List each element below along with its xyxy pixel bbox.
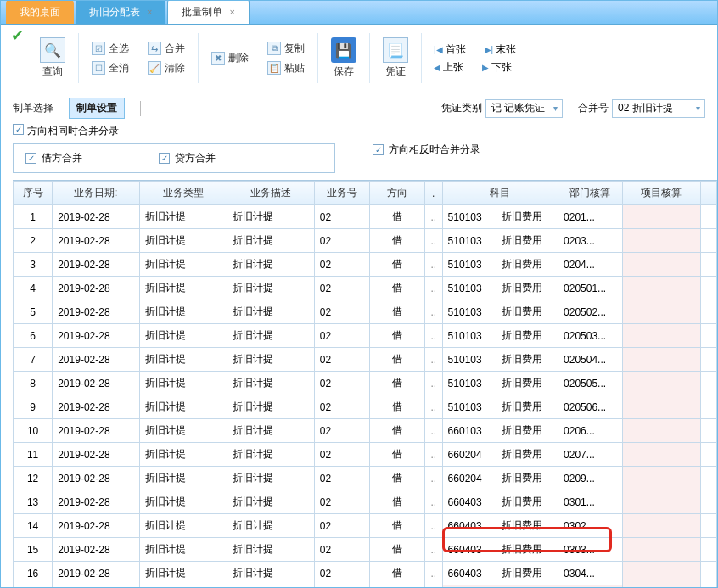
cell-dots[interactable]: .. <box>424 443 442 467</box>
table-row[interactable]: 12019-02-28折旧计提折旧计提02借..510103折旧费用0201..… <box>14 205 717 229</box>
col-dots[interactable]: . <box>424 182 442 205</box>
close-icon[interactable]: × <box>229 7 234 17</box>
cell-no: 02 <box>314 467 369 490</box>
col-biztype[interactable]: 业务类型 <box>140 182 227 205</box>
clear-button[interactable]: 🧹清除 <box>143 59 189 78</box>
cell-dots[interactable]: .. <box>424 205 442 229</box>
cell-dots[interactable]: .. <box>424 395 442 419</box>
mergeno-select[interactable]: 02 折旧计提 <box>612 99 705 118</box>
cell-desc: 折旧计提 <box>227 562 314 585</box>
cell-type: 折旧计提 <box>140 253 227 277</box>
cell-dots[interactable]: .. <box>424 277 442 300</box>
cell-dots[interactable]: .. <box>424 585 442 589</box>
cell-dots[interactable]: .. <box>424 324 442 348</box>
table-row[interactable]: 22019-02-28折旧计提折旧计提02借..510103折旧费用0203..… <box>14 229 717 253</box>
col-bizdesc[interactable]: 业务描述 <box>227 182 314 205</box>
cell-dots[interactable]: .. <box>424 562 442 585</box>
tab-desktop[interactable]: 我的桌面 <box>6 0 74 24</box>
table-row[interactable]: 132019-02-28折旧计提折旧计提02借..660403折旧费用0301.… <box>14 490 717 514</box>
select-all-button[interactable]: ☑全选 <box>87 39 133 59</box>
cell-dir: 借 <box>369 562 424 585</box>
cell-dots[interactable]: .. <box>424 467 442 490</box>
cell-dir: 借 <box>369 490 424 514</box>
copy-button[interactable]: ⧉复制 <box>263 39 309 59</box>
table-row[interactable]: 172019-02-28折旧计提折旧计提02贷.. <box>14 585 717 589</box>
col-seq[interactable]: 序号 <box>14 182 53 205</box>
col-bizno[interactable]: 业务号 <box>314 182 369 205</box>
table-row[interactable]: 82019-02-28折旧计提折旧计提02借..510103折旧费用020505… <box>14 372 717 395</box>
tab-alloc[interactable]: 折旧分配表× <box>76 0 165 24</box>
tab-settings[interactable]: 制单设置 <box>69 98 125 119</box>
cell-seq: 11 <box>14 443 53 467</box>
table-row[interactable]: 32019-02-28折旧计提折旧计提02借..510103折旧费用0204..… <box>14 253 717 277</box>
paste-button[interactable]: 📋粘贴 <box>263 59 309 78</box>
col-extra[interactable] <box>701 182 717 205</box>
table-row[interactable]: 112019-02-28折旧计提折旧计提02借..660204折旧费用0207.… <box>14 443 717 467</box>
cell-name: 折旧费用 <box>496 443 558 467</box>
cell-name: 折旧费用 <box>496 490 558 514</box>
cell-dots[interactable]: .. <box>424 490 442 514</box>
cell-dept: 0303... <box>558 538 623 562</box>
cell-proj <box>622 229 700 253</box>
cell-dots[interactable]: .. <box>424 253 442 277</box>
cell-desc: 折旧计提 <box>227 443 314 467</box>
merge-icon: ⇆ <box>148 42 161 55</box>
table-row[interactable]: 122019-02-28折旧计提折旧计提02借..660204折旧费用0209.… <box>14 467 717 490</box>
table-row[interactable]: 152019-02-28折旧计提折旧计提02借..660403折旧费用0303.… <box>14 538 717 562</box>
merge-button[interactable]: ⇆合并 <box>143 39 189 59</box>
tab-choose[interactable]: 制单选择 <box>13 101 53 115</box>
debit-merge-checkbox[interactable] <box>25 153 36 164</box>
cell-type: 折旧计提 <box>140 443 227 467</box>
table-row[interactable]: 102019-02-28折旧计提折旧计提02借..660103折旧费用0206.… <box>14 419 717 443</box>
cell-dots[interactable]: .. <box>424 229 442 253</box>
prev-button[interactable]: ◀上张 <box>430 59 467 76</box>
col-dept[interactable]: 部门核算 <box>558 182 623 205</box>
tab-label: 折旧分配表 <box>89 6 140 18</box>
table-row[interactable]: 62019-02-28折旧计提折旧计提02借..510103折旧费用020503… <box>14 324 717 348</box>
close-icon[interactable]: × <box>147 7 152 17</box>
tab-batch[interactable]: 批量制单× <box>167 0 249 24</box>
cell-proj <box>622 467 700 490</box>
same-dir-checkbox[interactable] <box>13 124 24 135</box>
table-row[interactable]: 162019-02-28折旧计提折旧计提02借..660403折旧费用0304.… <box>14 562 717 585</box>
cell-dept: 0304... <box>558 562 623 585</box>
cell-name: 折旧费用 <box>496 562 558 585</box>
col-dir[interactable]: 方向 <box>369 182 424 205</box>
vtype-select[interactable]: 记 记账凭证 <box>485 99 563 118</box>
cell-dots[interactable]: .. <box>424 348 442 372</box>
cell-date: 2019-02-28 <box>53 395 140 419</box>
table-row[interactable]: 142019-02-28折旧计提折旧计提02借..660403折旧费用0302.… <box>14 514 717 538</box>
credit-merge-checkbox[interactable] <box>159 153 170 164</box>
cell-dots[interactable]: .. <box>424 419 442 443</box>
table-row[interactable]: 52019-02-28折旧计提折旧计提02借..510103折旧费用020502… <box>14 300 717 324</box>
first-button[interactable]: |◀首张 <box>430 41 469 59</box>
voucher-button[interactable]: 📃 凭证 <box>379 35 412 81</box>
table-row[interactable]: 72019-02-28折旧计提折旧计提02借..510103折旧费用020504… <box>14 348 717 372</box>
cell-dept <box>558 585 623 589</box>
opp-dir-checkbox[interactable] <box>373 144 384 155</box>
table-row[interactable]: 92019-02-28折旧计提折旧计提02借..510103折旧费用020506… <box>14 395 717 419</box>
next-button[interactable]: ▶下张 <box>479 59 515 76</box>
deselect-all-button[interactable]: ☐全消 <box>87 59 133 78</box>
col-subject[interactable]: 科目 <box>442 182 558 205</box>
cell-dots[interactable]: .. <box>424 372 442 395</box>
cell-date: 2019-02-28 <box>53 348 140 372</box>
table-row[interactable]: 42019-02-28折旧计提折旧计提02借..510103折旧费用020501… <box>14 277 717 300</box>
cell-dots[interactable]: .. <box>424 300 442 324</box>
save-button[interactable]: 💾 保存 <box>327 35 361 81</box>
cell-dots[interactable]: .. <box>424 538 442 562</box>
cell-type: 折旧计提 <box>140 205 227 229</box>
col-proj[interactable]: 项目核算 <box>622 182 700 205</box>
cell-code: 660403 <box>442 514 496 538</box>
cell-type: 折旧计提 <box>140 229 227 253</box>
cell-seq: 7 <box>14 348 53 372</box>
cell-code: 660103 <box>442 419 496 443</box>
query-button[interactable]: 🔍 查询 <box>36 35 70 81</box>
cell-proj <box>622 372 700 395</box>
cell-code: 510103 <box>442 253 496 277</box>
last-button[interactable]: ▶|末张 <box>481 41 520 59</box>
cell-dots[interactable]: .. <box>424 514 442 538</box>
delete-button[interactable]: ✖删除 <box>207 48 253 68</box>
cell-dir: 借 <box>369 253 424 277</box>
col-bizdate[interactable]: 业务日期: <box>53 182 140 205</box>
